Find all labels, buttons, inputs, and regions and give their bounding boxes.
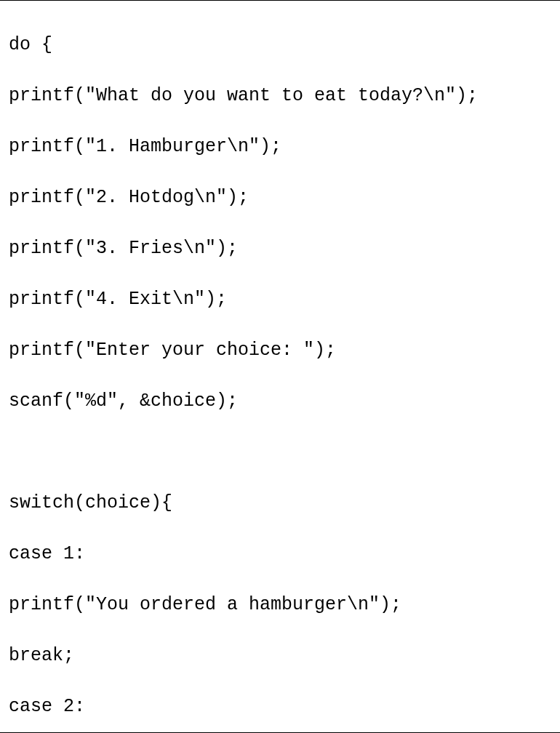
code-line: printf("3. Fries\n");	[9, 236, 551, 261]
code-line: printf("Enter your choice: ");	[9, 337, 551, 363]
code-line: do {	[9, 32, 551, 57]
code-block: do { printf("What do you want to eat tod…	[9, 7, 551, 733]
code-line: printf("1. Hamburger\n");	[9, 134, 551, 159]
code-line: case 2:	[9, 694, 551, 719]
code-line: printf("2. Hotdog\n");	[9, 185, 551, 210]
code-line: scanf("%d", &choice);	[9, 388, 551, 414]
code-line: printf("4. Exit\n");	[9, 287, 551, 312]
code-line: case 1:	[9, 541, 551, 566]
code-line	[9, 439, 551, 465]
code-line: break;	[9, 643, 551, 668]
code-line: printf("What do you want to eat today?\n…	[9, 83, 551, 108]
code-line: printf("You ordered a hamburger\n");	[9, 592, 551, 617]
code-line: switch(choice){	[9, 490, 551, 516]
